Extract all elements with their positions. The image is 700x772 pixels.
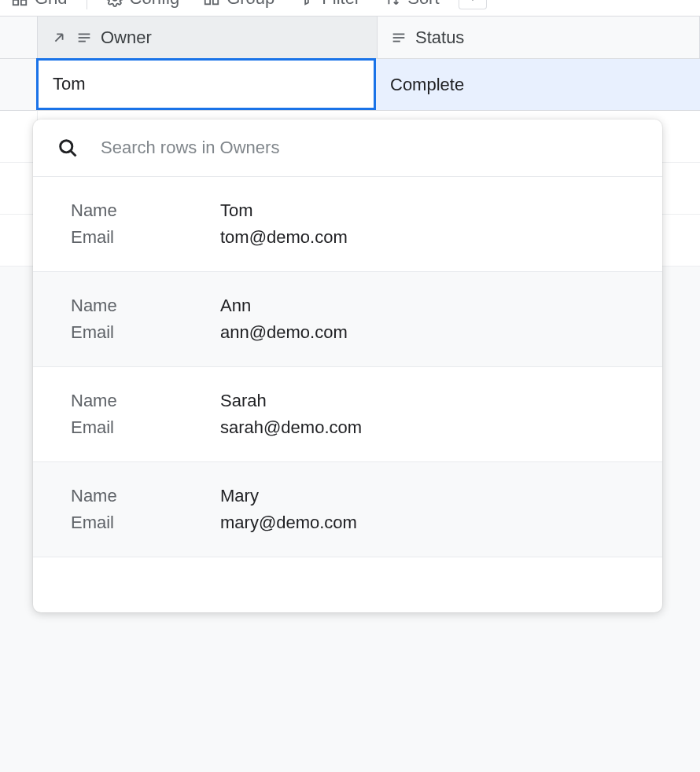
column-header-status-label: Status [415,28,464,48]
view-toolbar: Grid Config Group Filter Sort [0,0,700,6]
field-value-name: Sarah [220,391,267,411]
sort-icon [384,0,401,7]
row-number-gutter-header [0,17,38,58]
dropdown-item[interactable]: Name Mary Email mary@demo.com [33,462,662,557]
reference-picker-dropdown: Name Tom Email tom@demo.com Name Ann Ema… [33,119,662,612]
column-header-owner[interactable]: Owner [38,17,378,58]
text-lines-icon [76,29,93,46]
column-header-owner-label: Owner [101,28,152,48]
field-label-name: Name [71,200,220,221]
column-header-status[interactable]: Status [378,17,700,58]
field-value-email: ann@demo.com [220,322,348,343]
field-label-name: Name [71,486,220,506]
config-button[interactable]: Config [101,0,185,12]
cell-status-value: Complete [390,75,464,95]
svg-rect-5 [205,0,210,4]
view-switcher-label: Grid [35,0,68,9]
group-label: Group [227,0,274,9]
field-value-name: Mary [220,486,259,506]
field-value-email: mary@demo.com [220,513,357,533]
reference-arrow-icon [50,29,68,46]
field-value-email: sarah@demo.com [220,417,362,438]
share-up-icon [464,0,481,4]
field-value-name: Tom [220,200,253,221]
cell-owner[interactable]: Tom [36,58,376,110]
search-icon [57,137,79,159]
sort-label: Sort [407,0,439,9]
field-value-email: tom@demo.com [220,227,348,248]
cell-owner-value: Tom [53,74,86,94]
field-value-name: Ann [220,296,251,316]
svg-rect-6 [213,0,218,4]
group-icon [203,0,220,7]
field-label-email: Email [71,227,220,248]
dropdown-item[interactable]: Name Sarah Email sarah@demo.com [33,367,662,462]
filter-label: Filter [322,0,360,9]
svg-line-14 [71,151,76,156]
toolbar-divider [87,0,87,9]
svg-rect-3 [21,0,26,5]
field-label-name: Name [71,391,220,411]
dropdown-item[interactable]: Name Ann Email ann@demo.com [33,272,662,367]
config-label: Config [130,0,180,9]
grid-row[interactable]: Tom Complete [0,59,700,111]
gear-icon [106,0,123,7]
svg-rect-2 [13,0,18,5]
view-switcher[interactable]: Grid [6,0,72,12]
field-label-email: Email [71,322,220,343]
svg-point-13 [61,141,72,153]
grid-header-row: Owner Status [0,17,700,59]
search-input[interactable] [101,138,639,158]
group-button[interactable]: Group [198,0,279,12]
filter-icon [298,0,315,7]
grid-view-icon [11,0,28,7]
cell-status[interactable]: Complete [376,59,700,110]
row-number-gutter[interactable] [0,59,38,110]
dropdown-item[interactable]: Name Tom Email tom@demo.com [33,177,662,272]
field-label-email: Email [71,417,220,438]
field-label-name: Name [71,296,220,316]
sort-button[interactable]: Sort [379,0,444,12]
text-lines-icon [390,29,407,46]
dropdown-search-row [33,119,662,177]
field-label-email: Email [71,513,220,533]
filter-button[interactable]: Filter [293,0,365,12]
share-button[interactable] [459,0,487,9]
dropdown-footer-space [33,557,662,612]
